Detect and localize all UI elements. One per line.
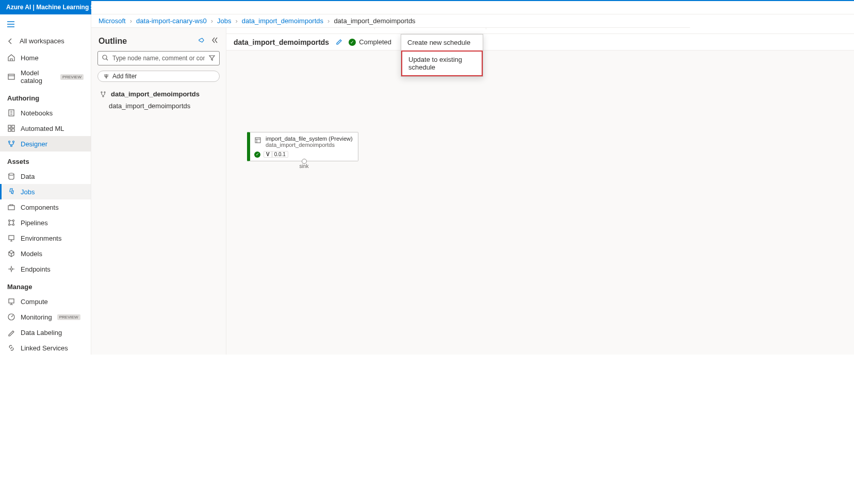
breadcrumb <box>91 1 854 14</box>
svg-point-11 <box>9 173 14 175</box>
status-chip: Completed <box>349 38 391 46</box>
svg-rect-4 <box>8 125 11 128</box>
dropdown-update-schedule[interactable]: Update to existing schedule <box>401 51 483 76</box>
svg-point-16 <box>13 224 14 226</box>
dropdown-create-schedule[interactable]: Create new schedule <box>401 35 483 51</box>
nav-jobs[interactable]: Jobs <box>0 184 91 199</box>
svg-rect-17 <box>9 236 14 240</box>
sidebar: All workspaces Home Model catalog PREVIE… <box>0 14 91 355</box>
preview-badge: PREVIEW <box>57 314 80 320</box>
nav-designer[interactable]: Designer <box>0 136 91 152</box>
hamburger-icon[interactable] <box>5 19 17 30</box>
edit-icon[interactable] <box>335 38 342 46</box>
svg-rect-30 <box>255 138 260 143</box>
breadcrumb-jobs[interactable]: Jobs <box>217 17 231 25</box>
svg-rect-6 <box>8 129 11 131</box>
nav-models[interactable]: Models <box>0 246 91 261</box>
nav-components[interactable]: Components <box>0 199 91 215</box>
collapse-icon[interactable] <box>210 36 219 46</box>
add-filter-chip[interactable]: Add filter <box>97 71 220 82</box>
svg-point-9 <box>13 141 14 143</box>
breadcrumb-parent[interactable]: data_import_demoimportds <box>242 17 323 25</box>
svg-rect-7 <box>12 129 14 131</box>
svg-rect-5 <box>12 125 14 128</box>
node-version: V 0.0.1 <box>264 151 288 158</box>
svg-rect-19 <box>9 299 14 303</box>
svg-point-15 <box>9 224 10 226</box>
main-area: Refresh Clone Resubmit Publish Schedule <box>226 14 854 355</box>
back-label: All workspaces <box>20 37 64 45</box>
section-manage: Manage <box>0 277 91 294</box>
back-all-workspaces[interactable]: All workspaces <box>0 32 91 50</box>
outline-panel: placeholder Outline Add filter data_impo… <box>91 14 226 355</box>
breadcrumb: Microsoft › data-import-canary-ws0 › Job… <box>91 14 690 28</box>
svg-rect-2 <box>8 74 14 79</box>
nav-compute[interactable]: Compute <box>0 294 91 309</box>
section-assets: Assets <box>0 152 91 169</box>
nav-endpoints[interactable]: Endpoints <box>0 261 91 277</box>
preview-badge: PREVIEW <box>60 74 84 80</box>
job-name: data_import_demoimportds <box>234 38 329 46</box>
outline-search-input[interactable] <box>97 51 220 65</box>
node-success-icon <box>254 152 260 158</box>
nav-automl[interactable]: Automated ML <box>0 121 91 136</box>
svg-point-14 <box>13 220 14 222</box>
filter-icon[interactable] <box>208 54 216 63</box>
breadcrumb-microsoft[interactable]: Microsoft <box>98 17 126 25</box>
nav-data-labeling[interactable]: Data Labeling <box>0 325 91 340</box>
nav-notebooks[interactable]: Notebooks <box>0 105 91 121</box>
svg-point-18 <box>10 268 12 270</box>
svg-point-22 <box>101 91 102 92</box>
svg-point-23 <box>104 91 105 92</box>
tree-root[interactable]: data_import_demoimportds <box>97 88 220 100</box>
svg-point-24 <box>103 95 104 96</box>
node-subtitle: data_import_demoimportds <box>266 142 353 148</box>
nav-data[interactable]: Data <box>0 169 91 184</box>
job-header: data_import_demoimportds Completed <box>226 34 854 51</box>
nav-monitoring[interactable]: Monitoring PREVIEW <box>0 309 91 325</box>
node-port-label: sink <box>300 163 309 169</box>
share-icon[interactable] <box>197 36 205 46</box>
svg-point-8 <box>9 141 10 143</box>
pipeline-node[interactable]: import_data_file_system (Preview) data_i… <box>247 132 358 161</box>
nav-pipelines[interactable]: Pipelines <box>0 215 91 230</box>
section-authoring: Authoring <box>0 88 91 105</box>
svg-point-13 <box>9 220 10 222</box>
node-title: import_data_file_system (Preview) <box>266 136 353 142</box>
outline-title: Outline <box>98 37 127 46</box>
nav-linked-services[interactable]: Linked Services <box>0 340 91 355</box>
svg-point-10 <box>11 145 12 147</box>
nav-environments[interactable]: Environments <box>0 230 91 246</box>
breadcrumb-workspace[interactable]: data-import-canary-ws0 <box>136 17 207 25</box>
canvas[interactable]: import_data_file_system (Preview) data_i… <box>226 51 854 355</box>
success-icon <box>349 39 356 46</box>
nav-home[interactable]: Home <box>0 50 91 65</box>
tree-child[interactable]: data_import_demoimportds <box>97 100 220 112</box>
nav-model-catalog[interactable]: Model catalog PREVIEW <box>0 65 91 88</box>
schedule-dropdown: Create new schedule Update to existing s… <box>401 34 483 77</box>
svg-rect-12 <box>8 206 14 210</box>
breadcrumb-current: data_import_demoimportds <box>334 17 415 25</box>
